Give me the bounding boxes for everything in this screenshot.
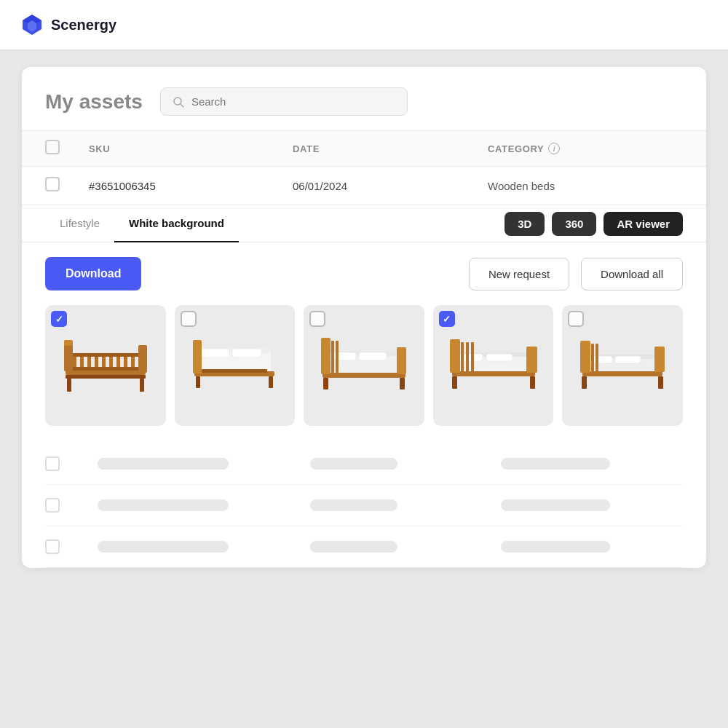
svg-rect-48 [450, 339, 460, 373]
tabs-left: Lifestyle White background [45, 205, 239, 242]
app-name: Scenergy [51, 17, 116, 33]
image-card-4[interactable]: ✓ [433, 305, 554, 426]
image-checkbox-2[interactable] [181, 311, 197, 327]
images-grid: ✓ [22, 305, 706, 443]
svg-rect-35 [359, 352, 387, 360]
svg-rect-10 [64, 340, 73, 346]
svg-rect-61 [591, 344, 594, 371]
badge-3d-button[interactable]: 3D [505, 212, 545, 236]
svg-rect-39 [336, 341, 339, 373]
svg-rect-64 [582, 376, 587, 389]
top-bar: Scenergy [0, 0, 728, 50]
search-box[interactable] [160, 87, 408, 116]
skeleton-checkbox-2 [45, 498, 60, 513]
tabs-right: 3D 360 AR viewer [505, 212, 683, 236]
svg-rect-45 [456, 354, 483, 361]
svg-rect-31 [269, 376, 273, 388]
col-category: CATEGORY i [488, 140, 683, 157]
svg-rect-41 [323, 378, 328, 389]
image-checkbox-4[interactable]: ✓ [439, 311, 455, 327]
svg-rect-63 [654, 347, 665, 372]
download-button[interactable]: Download [45, 257, 141, 290]
image-card-3[interactable] [304, 305, 424, 426]
svg-rect-28 [193, 340, 202, 373]
svg-rect-51 [471, 342, 474, 373]
main-card: My assets SKU DATE CATEGORY i #36510063 [22, 67, 706, 568]
table-header: SKU DATE CATEGORY i [22, 130, 706, 167]
skeleton-sku-1 [98, 458, 229, 470]
row-date: 06/01/2024 [293, 180, 488, 192]
col-sku: SKU [89, 140, 293, 157]
row-category: Wooden beds [488, 180, 683, 192]
svg-rect-37 [321, 338, 331, 374]
svg-rect-52 [526, 347, 537, 373]
page-title: My assets [45, 90, 143, 114]
skeleton-rows [22, 443, 706, 568]
skeleton-sku-2 [98, 499, 229, 511]
skeleton-sku-3 [98, 541, 229, 553]
badge-ar-button[interactable]: AR viewer [604, 212, 683, 236]
svg-line-4 [181, 104, 183, 107]
svg-rect-7 [67, 379, 71, 392]
svg-rect-62 [596, 344, 598, 371]
download-all-button[interactable]: Download all [581, 258, 683, 290]
svg-rect-60 [580, 341, 590, 373]
svg-rect-22 [138, 345, 147, 373]
skeleton-date-2 [310, 499, 397, 511]
svg-rect-47 [452, 371, 535, 376]
svg-rect-36 [323, 373, 405, 378]
svg-rect-49 [461, 342, 464, 373]
skeleton-checkbox-1 [45, 456, 60, 471]
svg-rect-46 [486, 354, 513, 361]
tab-lifestyle[interactable]: Lifestyle [45, 205, 114, 242]
svg-rect-54 [530, 376, 535, 389]
row-checkbox[interactable] [45, 177, 89, 194]
actions-row: Download New request Download all [22, 242, 706, 305]
image-checkbox-3[interactable] [309, 311, 325, 327]
svg-rect-58 [615, 356, 641, 363]
image-card-2[interactable] [175, 305, 296, 426]
svg-rect-50 [466, 342, 469, 373]
image-checkbox-5[interactable] [568, 311, 584, 327]
svg-rect-29 [202, 369, 267, 373]
svg-rect-26 [232, 349, 261, 357]
svg-rect-65 [658, 376, 663, 389]
search-input[interactable] [191, 95, 395, 108]
skeleton-cat-3 [501, 541, 610, 553]
svg-rect-38 [331, 341, 334, 373]
search-icon [173, 96, 184, 108]
select-all-checkbox[interactable] [45, 140, 89, 157]
svg-rect-21 [73, 367, 146, 371]
svg-rect-42 [400, 378, 405, 389]
badge-360-button[interactable]: 360 [552, 212, 596, 236]
table-row: #3651006345 06/01/2024 Wooden beds [22, 167, 706, 205]
svg-rect-53 [452, 376, 457, 389]
svg-rect-20 [73, 353, 146, 357]
card-header: My assets [22, 67, 706, 130]
image-checkbox-1[interactable]: ✓ [51, 311, 67, 327]
tab-white-background[interactable]: White background [114, 205, 239, 242]
new-request-button[interactable]: New request [469, 258, 569, 290]
logo-icon [20, 13, 44, 36]
skeleton-row-2 [45, 485, 683, 526]
svg-rect-9 [64, 344, 73, 371]
svg-rect-30 [196, 376, 200, 388]
skeleton-date-3 [310, 541, 397, 553]
col-date: DATE [293, 140, 488, 157]
svg-rect-25 [200, 349, 229, 357]
svg-rect-6 [66, 375, 146, 379]
svg-rect-8 [140, 379, 144, 392]
skeleton-row-3 [45, 526, 683, 568]
tabs-row: Lifestyle White background 3D 360 AR vie… [22, 205, 706, 242]
image-card-5[interactable] [562, 305, 683, 426]
image-card-1[interactable]: ✓ [45, 305, 166, 426]
skeleton-date-1 [310, 458, 397, 470]
svg-rect-57 [587, 356, 612, 363]
svg-rect-59 [582, 371, 662, 376]
skeleton-cat-1 [501, 458, 610, 470]
row-sku: #3651006345 [89, 180, 293, 192]
category-info-icon[interactable]: i [548, 143, 560, 154]
skeleton-checkbox-3 [45, 539, 60, 554]
skeleton-row-1 [45, 443, 683, 485]
skeleton-cat-2 [501, 499, 610, 511]
